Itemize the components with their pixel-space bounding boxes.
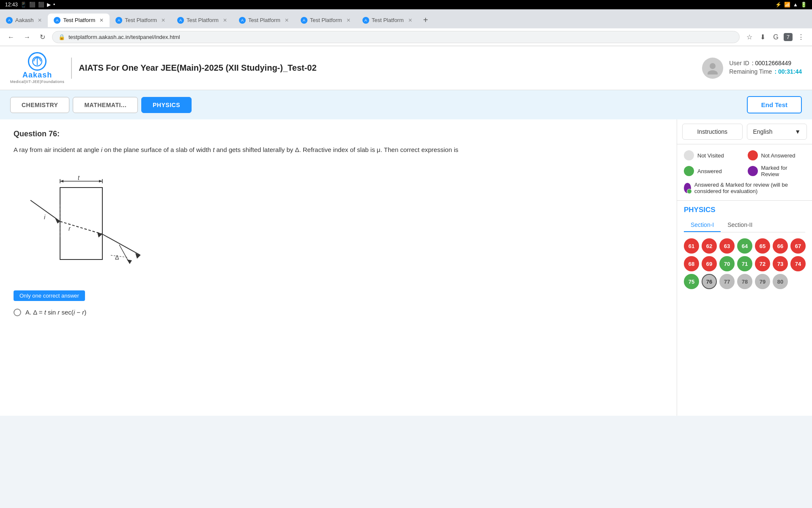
exam-title: AIATS For One Year JEE(Main)-2025 (XII S… <box>79 63 316 73</box>
user-id-row: User ID : 00012668449 <box>729 60 802 66</box>
tab-close-5[interactable]: ✕ <box>346 17 351 23</box>
main-content: Question 76: A ray from air incident at … <box>0 119 812 416</box>
svg-marker-22 <box>127 260 132 264</box>
tab-label-aakash: Aakash <box>15 17 33 23</box>
tab-close-1[interactable]: ✕ <box>99 17 104 23</box>
optics-diagram: t i r Δ <box>22 162 140 281</box>
q-btn-80[interactable]: 80 <box>773 274 788 289</box>
sidebar: Instructions English ▼ Not Visited Not A… <box>677 119 812 416</box>
q-btn-63[interactable]: 63 <box>719 238 735 254</box>
q-btn-64[interactable]: 64 <box>737 238 752 254</box>
q-btn-61[interactable]: 61 <box>684 238 699 254</box>
back-button[interactable]: ← <box>5 32 17 43</box>
not-visited-label: Not Visited <box>697 152 724 159</box>
subject-physics[interactable]: PHYSICS <box>141 97 192 113</box>
tab-test-platform-3[interactable]: A Test Platform ✕ <box>171 14 233 27</box>
svg-text:Δ: Δ <box>115 254 119 261</box>
marked-dot <box>748 166 758 176</box>
q-btn-65[interactable]: 65 <box>755 238 770 254</box>
marked-label: Marked for Review <box>761 165 806 177</box>
tab-test-platform-5[interactable]: A Test Platform ✕ <box>295 14 357 27</box>
tab-label-4: Test Platform <box>248 17 280 23</box>
tab-test-platform-2[interactable]: A Test Platform ✕ <box>110 14 171 27</box>
physics-title: PHYSICS <box>684 206 805 214</box>
user-avatar <box>702 58 723 79</box>
remaining-time-value: : 00:31:44 <box>774 68 802 75</box>
q-btn-76[interactable]: 76 <box>702 274 717 289</box>
legend-section: Not Visited Not Answered Answered Marked… <box>677 144 812 201</box>
reload-button[interactable]: ↻ <box>37 31 48 43</box>
tab-label-2: Test Platform <box>125 17 157 23</box>
question-number: Question 76: <box>14 130 663 138</box>
section-tab-2[interactable]: Section-II <box>721 218 759 232</box>
tab-close-2[interactable]: ✕ <box>161 17 165 23</box>
new-tab-button[interactable]: + <box>418 12 433 28</box>
q-btn-69[interactable]: 69 <box>702 256 717 271</box>
logo-subtext: Medical|IIT-JEE|Foundations <box>10 80 64 84</box>
signal-icon: ▲ <box>793 2 798 8</box>
q-btn-72[interactable]: 72 <box>755 256 770 271</box>
q-btn-73[interactable]: 73 <box>773 256 788 271</box>
tab-aakash[interactable]: A Aakash ✕ <box>0 14 48 27</box>
forward-button[interactable]: → <box>21 32 33 43</box>
tab-close-3[interactable]: ✕ <box>223 17 227 23</box>
screen-record-icon: ⬛ <box>29 2 36 8</box>
q-btn-78[interactable]: 78 <box>737 274 752 289</box>
bookmark-button[interactable]: ☆ <box>744 31 755 43</box>
svg-marker-7 <box>60 180 63 182</box>
profile-badge[interactable]: 7 <box>784 33 793 41</box>
q-btn-79[interactable]: 79 <box>755 274 770 289</box>
radio-a[interactable] <box>14 309 21 316</box>
tab-favicon-4: A <box>239 17 246 24</box>
user-id-label: User ID <box>729 60 749 66</box>
tab-favicon-2: A <box>115 17 122 24</box>
instructions-button[interactable]: Instructions <box>682 124 743 140</box>
language-label: English <box>753 128 773 135</box>
q-btn-75[interactable]: 75 <box>684 274 699 289</box>
q-btn-74[interactable]: 74 <box>790 256 806 271</box>
q-btn-68[interactable]: 68 <box>684 256 699 271</box>
option-a-text: A. Δ = t sin r sec(i − r) <box>25 309 86 316</box>
q-btn-70[interactable]: 70 <box>719 256 735 271</box>
svg-marker-8 <box>99 180 102 182</box>
language-select[interactable]: English ▼ <box>747 124 807 140</box>
q-btn-66[interactable]: 66 <box>773 238 788 254</box>
system-time: 12:43 <box>5 2 18 8</box>
tab-close-6[interactable]: ✕ <box>408 17 412 23</box>
question-grid: 61 62 63 64 65 66 67 68 69 70 71 72 73 7… <box>684 238 805 289</box>
subject-chemistry[interactable]: CHEMISTRY <box>10 97 69 113</box>
logo: Aakash Medical|IIT-JEE|Foundations <box>10 52 64 84</box>
tab-test-platform-1[interactable]: A Test Platform ✕ <box>48 14 110 27</box>
browser-chrome: A Aakash ✕ A Test Platform ✕ A Test Plat… <box>0 9 812 46</box>
subject-mathematics[interactable]: MATHEMATI... <box>73 97 138 113</box>
legend-answered-marked: Answered & Marked for review (will be co… <box>684 182 805 194</box>
q-btn-67[interactable]: 67 <box>790 238 806 254</box>
end-test-button[interactable]: End Test <box>747 96 802 113</box>
q-btn-62[interactable]: 62 <box>702 238 717 254</box>
translate-button[interactable]: G <box>771 32 781 43</box>
avatar-icon <box>706 62 719 75</box>
answer-option-a[interactable]: A. Δ = t sin r sec(i − r) <box>14 309 663 316</box>
svg-line-14 <box>102 234 140 255</box>
svg-text:i: i <box>44 214 46 221</box>
section-tab-1[interactable]: Section-I <box>684 218 721 232</box>
menu-button[interactable]: ⋮ <box>795 31 807 43</box>
download-button[interactable]: ⬇ <box>757 31 768 43</box>
tab-test-platform-4[interactable]: A Test Platform ✕ <box>233 14 295 27</box>
answered-dot <box>684 166 694 176</box>
q-btn-71[interactable]: 71 <box>737 256 752 271</box>
url-bar[interactable]: 🔒 testplatform.aakash.ac.in/testpanel/in… <box>52 31 740 43</box>
legend-answered: Answered <box>684 165 742 177</box>
remaining-time-label: Remaining Time <box>729 68 772 75</box>
tab-close-4[interactable]: ✕ <box>285 17 289 23</box>
tab-favicon-5: A <box>301 17 307 24</box>
chevron-down-icon: ▼ <box>795 128 801 135</box>
android-icon: 📱 <box>20 2 27 8</box>
tab-close-aakash[interactable]: ✕ <box>38 17 42 23</box>
sidebar-top: Instructions English ▼ <box>677 119 812 144</box>
physics-section: PHYSICS Section-I Section-II 61 62 63 64… <box>677 201 812 294</box>
svg-line-12 <box>60 221 102 234</box>
q-btn-77[interactable]: 77 <box>719 274 735 289</box>
tab-test-platform-6[interactable]: A Test Platform ✕ <box>357 14 418 27</box>
tab-label-3: Test Platform <box>187 17 219 23</box>
